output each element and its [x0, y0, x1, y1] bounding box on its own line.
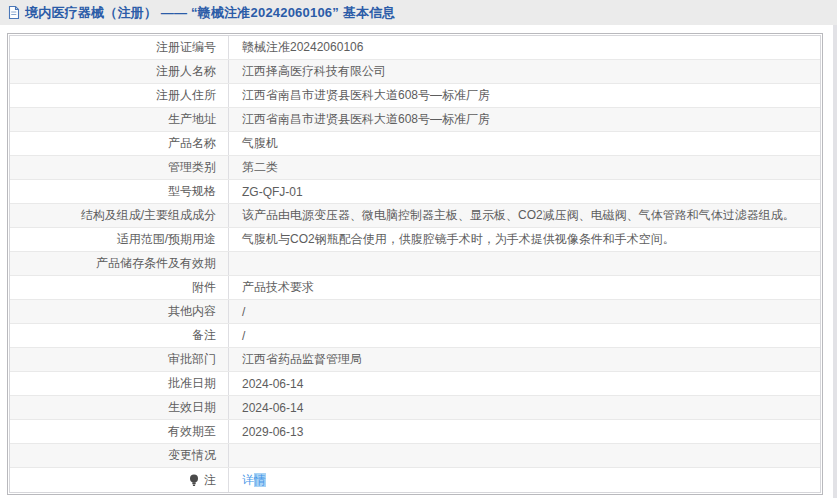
row-value: 产品技术要求: [229, 276, 820, 299]
row-label: 注: [10, 468, 229, 492]
row-label: 变更情况: [10, 444, 229, 467]
row-label: 有效期至: [10, 420, 229, 443]
row-label: 生效日期: [10, 396, 229, 419]
row-value: /: [229, 324, 820, 347]
page-header: 境内医疗器械（注册） —— “赣械注准20242060106” 基本信息: [0, 0, 837, 25]
row-label: 备注: [10, 324, 229, 347]
details-link[interactable]: 详情: [242, 472, 266, 489]
row-value: 江西省药品监督管理局: [229, 348, 820, 371]
table-row: 结构及组成/主要组成成分该产品由电源变压器、微电脑控制器主板、显示板、CO2减压…: [10, 204, 820, 228]
row-value: /: [229, 300, 820, 323]
row-value: 气腹机与CO2钢瓶配合使用，供腹腔镜手术时，为手术提供视像条件和手术空间。: [229, 228, 820, 251]
row-value: 气腹机: [229, 132, 820, 155]
table-row: 审批部门江西省药品监督管理局: [10, 348, 820, 372]
row-label: 产品名称: [10, 132, 229, 155]
table-row: 型号规格ZG-QFJ-01: [10, 180, 820, 204]
table-row: 注册人住所江西省南昌市进贤县医科大道608号—标准厂房: [10, 84, 820, 108]
row-value: [229, 252, 820, 275]
page-title: 境内医疗器械（注册） —— “赣械注准20242060106” 基本信息: [25, 4, 396, 22]
row-value: 详情: [229, 468, 820, 492]
row-value: 2029-06-13: [229, 420, 820, 443]
table-row: 批准日期2024-06-14: [10, 372, 820, 396]
row-value: 江西省南昌市进贤县医科大道608号—标准厂房: [229, 108, 820, 131]
row-label: 适用范围/预期用途: [10, 228, 229, 251]
row-label: 审批部门: [10, 348, 229, 371]
info-table: 注册证编号赣械注准20242060106注册人名称江西择高医疗科技有限公司注册人…: [7, 33, 823, 495]
row-label: 其他内容: [10, 300, 229, 323]
table-row: 附件产品技术要求: [10, 276, 820, 300]
table-row: 有效期至2029-06-13: [10, 420, 820, 444]
table-row: 适用范围/预期用途气腹机与CO2钢瓶配合使用，供腹腔镜手术时，为手术提供视像条件…: [10, 228, 820, 252]
table-row: 产品储存条件及有效期: [10, 252, 820, 276]
table-row: 注册证编号赣械注准20242060106: [10, 36, 820, 60]
row-label: 型号规格: [10, 180, 229, 203]
table-row: 产品名称气腹机: [10, 132, 820, 156]
row-label: 附件: [10, 276, 229, 299]
row-label: 管理类别: [10, 156, 229, 179]
table-row: 其他内容/: [10, 300, 820, 324]
row-label: 注册人名称: [10, 60, 229, 83]
info-table-body: 注册证编号赣械注准20242060106注册人名称江西择高医疗科技有限公司注册人…: [9, 35, 821, 493]
document-icon: [7, 5, 20, 20]
row-value: 江西择高医疗科技有限公司: [229, 60, 820, 83]
row-value: 2024-06-14: [229, 372, 820, 395]
row-value: ZG-QFJ-01: [229, 180, 820, 203]
row-label-text: 注: [204, 472, 216, 489]
table-row: 生产地址江西省南昌市进贤县医科大道608号—标准厂房: [10, 108, 820, 132]
row-value: [229, 444, 820, 467]
scrollbar-track[interactable]: [833, 25, 837, 498]
row-value: 赣械注准20242060106: [229, 36, 820, 59]
table-row: 生效日期2024-06-14: [10, 396, 820, 420]
row-label: 结构及组成/主要组成成分: [10, 204, 229, 227]
row-label: 批准日期: [10, 372, 229, 395]
table-row: 备注/: [10, 324, 820, 348]
table-row: 变更情况: [10, 444, 820, 468]
table-row: 管理类别第二类: [10, 156, 820, 180]
table-row: 注册人名称江西择高医疗科技有限公司: [10, 60, 820, 84]
row-label: 产品储存条件及有效期: [10, 252, 229, 275]
lightbulb-icon: [189, 474, 199, 487]
row-value: 该产品由电源变压器、微电脑控制器主板、显示板、CO2减压阀、电磁阀、气体管路和气…: [229, 204, 820, 227]
row-label: 注册证编号: [10, 36, 229, 59]
row-label: 注册人住所: [10, 84, 229, 107]
row-value: 江西省南昌市进贤县医科大道608号—标准厂房: [229, 84, 820, 107]
row-value: 2024-06-14: [229, 396, 820, 419]
row-value: 第二类: [229, 156, 820, 179]
table-row: 注详情: [10, 468, 820, 492]
row-label: 生产地址: [10, 108, 229, 131]
